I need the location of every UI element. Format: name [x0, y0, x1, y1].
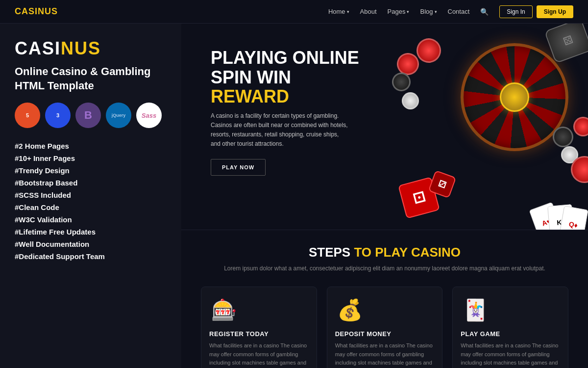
step-desc-play: What facilities are in a casino The casi…: [461, 342, 560, 368]
signin-button[interactable]: Sign In: [499, 5, 532, 18]
feature-item: #Dedicated Support Team: [15, 250, 167, 263]
nav-item-pages[interactable]: Pages ▾: [388, 8, 410, 15]
headline-line3: REWARD: [211, 87, 359, 106]
headline-line1: PLAYING ONLINE: [211, 48, 359, 68]
step-card-register: 🎰 REGISTER TODAY What facilities are in …: [201, 287, 317, 368]
nav-logo: CASINUS: [15, 6, 58, 17]
sidebar-subtitle: Online Casino & Gambling HTML Template: [15, 65, 167, 93]
play-now-button[interactable]: PLAY NOW: [211, 159, 266, 176]
step-title-register: REGISTER TODAY: [209, 330, 309, 338]
chevron-down-icon: ▾: [407, 9, 409, 14]
logo-part1: CASI: [15, 6, 38, 16]
play-icon: 🃏: [461, 295, 490, 324]
steps-heading-part1: STEPS: [309, 245, 354, 260]
chip-dark-1: [392, 73, 411, 91]
chevron-down-icon: ▾: [435, 9, 437, 14]
steps-subtitle: Lorem ipsum dolor what a amet, consectet…: [201, 264, 568, 273]
step-desc-deposit: What facilities are in a casino The casi…: [335, 342, 435, 368]
chevron-down-icon: ▾: [347, 9, 349, 14]
headline-line2: SPIN WIN: [211, 68, 359, 87]
logo-part2: NUS: [38, 6, 58, 16]
step-card-deposit: 💰 DEPOSIT MONEY What facilities are in a…: [327, 287, 443, 368]
step-desc-register: What facilities are in a casino The casi…: [209, 342, 309, 368]
roulette-center: [500, 82, 529, 112]
hero-headline: PLAYING ONLINE SPIN WIN REWARD: [211, 48, 359, 106]
steps-heading: STEPS TO PLAY CASINO: [201, 245, 568, 260]
feature-item: #Well Documentation: [15, 238, 167, 250]
chip-white-1: [402, 92, 419, 109]
steps-section: STEPS TO PLAY CASINO Lorem ipsum dolor w…: [181, 230, 588, 368]
register-icon: 🎰: [209, 295, 239, 324]
steps-heading-part3: CASINO: [411, 245, 461, 260]
right-content: PLAYING ONLINE SPIN WIN REWARD A casino …: [181, 24, 588, 368]
nav-buttons: Sign In Sign Up: [499, 5, 573, 18]
nav-item-home[interactable]: Home ▾: [328, 8, 349, 15]
css-icon: 3: [45, 103, 71, 128]
feature-item: #SCSS Included: [15, 189, 167, 201]
search-icon[interactable]: 🔍: [480, 8, 489, 16]
step-title-deposit: DEPOSIT MONEY: [335, 330, 435, 338]
deposit-icon: 💰: [335, 295, 365, 324]
hero-visual: ⚄ A♥ K♠ Q♦ ⚀ ⚂: [392, 28, 588, 225]
chip-dark-2: [553, 127, 573, 147]
feature-item: #Trendy Design: [15, 164, 167, 177]
main-layout: CASINUS Online Casino & Gambling HTML Te…: [0, 24, 588, 368]
feature-item: #2 Home Pages: [15, 140, 167, 152]
hero-text: PLAYING ONLINE SPIN WIN REWARD A casino …: [211, 48, 359, 176]
feature-item: #10+ Inner Pages: [15, 152, 167, 164]
step-title-play: PLAY GAME: [461, 330, 560, 338]
tech-icons: 5 3 B jQuery Sass: [15, 103, 167, 128]
nav-item-contact[interactable]: Contact: [448, 8, 470, 15]
left-sidebar: CASINUS Online Casino & Gambling HTML Te…: [0, 24, 181, 368]
roulette-container: ⚄ A♥ K♠ Q♦ ⚀ ⚂: [392, 28, 588, 225]
steps-heading-part2: TO PLAY: [354, 245, 411, 260]
roulette-wheel: [461, 43, 568, 151]
feature-item: #Clean Code: [15, 201, 167, 213]
chip-red-3: [573, 117, 588, 136]
feature-item: #W3C Validation: [15, 213, 167, 226]
hero-section: PLAYING ONLINE SPIN WIN REWARD A casino …: [181, 24, 588, 230]
nav-item-about[interactable]: About: [360, 8, 377, 15]
navigation: CASINUS Home ▾ About Pages ▾ Blog ▾ Cont…: [0, 0, 588, 24]
html-icon: 5: [15, 103, 40, 128]
brand-part1: CASI: [15, 38, 61, 58]
sidebar-brand: CASINUS: [15, 38, 167, 59]
nav-item-blog[interactable]: Blog ▾: [420, 8, 437, 15]
bootstrap-icon: B: [75, 103, 101, 128]
sass-icon: Sass: [136, 103, 162, 128]
feature-item: #Lifetime Free Updates: [15, 226, 167, 238]
brand-part2: NUS: [61, 38, 101, 58]
chip-red-2: [416, 38, 441, 63]
step-card-play: 🃏 PLAY GAME What facilities are in a cas…: [452, 287, 568, 368]
jquery-icon: jQuery: [106, 103, 131, 128]
steps-cards: 🎰 REGISTER TODAY What facilities are in …: [201, 287, 568, 368]
feature-list: #2 Home Pages #10+ Inner Pages #Trendy D…: [15, 140, 167, 263]
nav-links: Home ▾ About Pages ▾ Blog ▾ Contact 🔍 Si…: [328, 5, 573, 18]
feature-item: #Bootstrap Based: [15, 177, 167, 189]
signup-button[interactable]: Sign Up: [537, 5, 573, 18]
hero-description: A casino is a facility for certain types…: [211, 111, 348, 149]
chip-red-1: [397, 53, 419, 75]
